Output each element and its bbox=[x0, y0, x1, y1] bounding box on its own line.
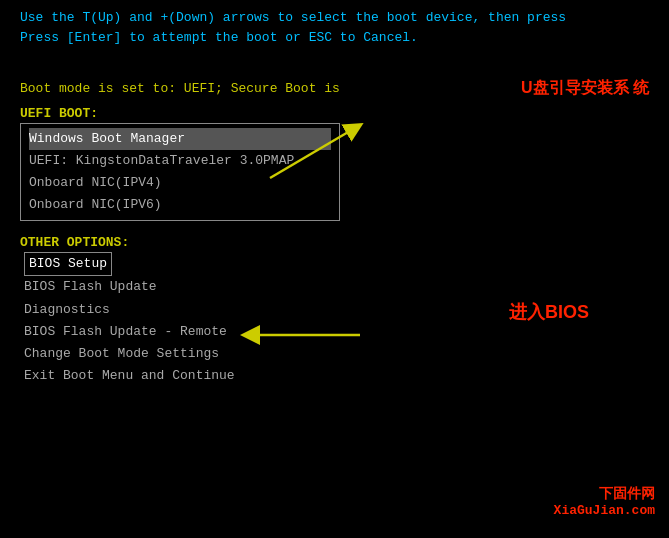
arrow-to-bios-annotation bbox=[230, 310, 380, 360]
watermark: 下固件网 XiaGuJian.com bbox=[554, 485, 655, 518]
uefi-item-nic-ipv6[interactable]: Onboard NIC(IPV6) bbox=[29, 194, 331, 216]
other-item-bios-setup[interactable]: BIOS Setup bbox=[24, 252, 112, 276]
arrow-to-u-annotation bbox=[260, 118, 380, 188]
other-item-exit-boot[interactable]: Exit Boot Menu and Continue bbox=[24, 365, 649, 387]
instruction-text: Use the T(Up) and +(Down) arrows to sele… bbox=[20, 8, 649, 47]
other-options-label: OTHER OPTIONS: bbox=[20, 235, 649, 250]
annotation-u-boot: U盘引导安装系 统 bbox=[521, 78, 649, 99]
watermark-top-text: 下固件网 bbox=[554, 485, 655, 503]
annotation-bios: 进入BIOS bbox=[509, 300, 589, 324]
svg-line-1 bbox=[270, 128, 355, 178]
other-item-bios-flash[interactable]: BIOS Flash Update bbox=[24, 276, 649, 298]
watermark-bottom-text: XiaGuJian.com bbox=[554, 503, 655, 518]
bios-screen: Use the T(Up) and +(Down) arrows to sele… bbox=[0, 0, 669, 538]
